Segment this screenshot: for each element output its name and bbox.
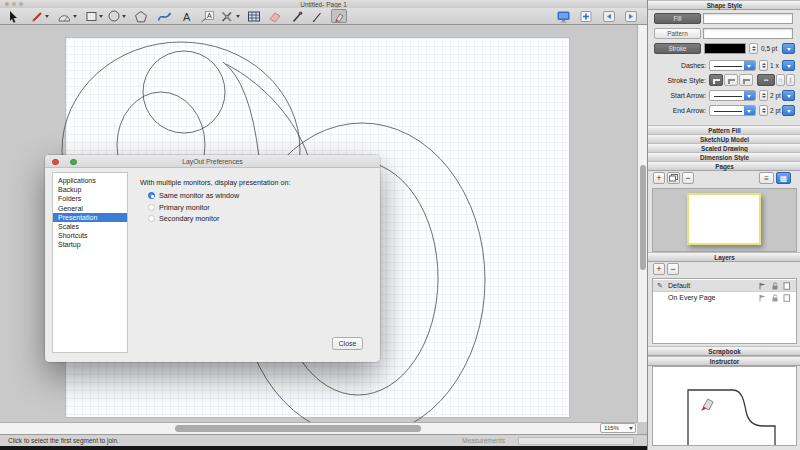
pages-grid-view-icon[interactable]: ▦ [776,172,791,184]
layer-name: Default [668,280,690,292]
stroke-style-corner-selected[interactable] [709,74,723,86]
layer-visibility-icon[interactable] [759,282,767,290]
main-toolbar: A A [0,8,647,25]
layout-app-window: Untitled- Page 1 A A [0,0,800,450]
end-arrow-stepper[interactable] [759,105,768,116]
layer-row-on-every-page[interactable]: On Every Page [653,292,796,304]
previous-page-icon[interactable] [601,9,617,23]
close-button[interactable]: Close [332,337,363,350]
end-arrow-dropdown[interactable] [782,105,795,116]
start-arrow-value: 2 pt [770,90,781,101]
start-arrow-style-dropdown[interactable] [709,90,756,101]
zoom-page-icon[interactable] [578,9,594,23]
add-layer-button[interactable]: + [653,263,665,275]
style-dropper-tool-icon[interactable] [289,9,305,23]
end-arrow-style-dropdown[interactable] [709,105,756,116]
dashes-pattern-dropdown[interactable] [709,60,756,71]
layer-page-icon[interactable] [783,282,791,290]
pencil-tool-icon[interactable] [28,9,44,23]
layer-row-default[interactable]: ✎ Default [653,280,796,292]
vertical-scrollbar[interactable] [637,25,647,422]
pattern-button[interactable]: Pattern [654,28,701,39]
circle-dropdown-icon[interactable] [122,15,126,18]
dialog-titlebar[interactable]: LayOut Preferences [45,155,380,168]
start-arrow-stepper[interactable] [759,90,768,101]
fill-button[interactable]: Fill [654,13,701,24]
rectangle-tool-icon[interactable] [83,9,99,23]
category-shortcuts[interactable]: Shortcuts [53,231,127,240]
next-page-icon[interactable] [623,9,639,23]
lock-icon[interactable] [771,294,779,302]
category-general[interactable]: General [53,204,127,213]
instructor-header[interactable]: Instructor [648,356,800,366]
utility-tool-icon[interactable] [219,9,235,23]
stroke-width-dropdown[interactable] [782,43,795,54]
circle-tool-icon[interactable] [106,9,122,23]
radio-unselected-icon[interactable] [148,215,155,222]
utility-dropdown-icon[interactable] [236,15,240,18]
pen-tool-icon[interactable] [309,9,325,23]
measurements-input[interactable] [518,437,634,446]
stroke-style-corner-3[interactable] [739,74,753,86]
stroke-width-stepper[interactable] [749,43,758,54]
category-scales[interactable]: Scales [53,222,127,231]
dashes-dropdown[interactable] [782,60,795,71]
shape-style-header[interactable]: Shape Style [648,0,800,10]
zoom-level-value: 115% [604,425,619,431]
stroke-row: Stroke 0,5 pt [648,43,800,54]
scrapbook-header[interactable]: Scrapbook [648,346,800,356]
stroke-button[interactable]: Stroke [654,43,701,54]
polygon-tool-icon[interactable] [133,9,149,23]
stroke-style-corner-2[interactable] [724,74,738,86]
rectangle-dropdown-icon[interactable] [99,15,103,18]
pages-list-view-icon[interactable]: ≡ [759,172,774,184]
end-arrow-label: End Arrow: [648,106,706,115]
stroke-color-swatch[interactable] [704,43,746,54]
page-thumbnail[interactable] [687,193,761,245]
category-startup[interactable]: Startup [53,240,127,249]
remove-page-button[interactable]: − [682,172,694,184]
lock-icon[interactable] [771,282,779,290]
stroke-cap-round-button[interactable]: ○ [776,74,785,86]
radio-unselected-icon[interactable] [148,204,155,211]
pattern-swatch[interactable] [703,28,793,39]
horizontal-scrollbar[interactable] [0,422,637,434]
zoom-level-select[interactable]: 115% [600,423,636,433]
layer-page-icon[interactable] [783,294,791,302]
vertical-scrollbar-handle[interactable] [640,165,646,270]
category-backup[interactable]: Backup [53,185,127,194]
horizontal-scrollbar-handle[interactable] [175,425,421,432]
category-folders[interactable]: Folders [53,194,127,203]
dashes-stepper[interactable] [759,60,768,71]
label-tool-icon[interactable]: A [199,9,215,23]
protractor-dropdown-icon[interactable] [73,15,77,18]
layer-visibility-icon[interactable] [759,294,767,302]
radio-selected-icon[interactable] [148,192,155,199]
stroke-cap-flat-button[interactable]: ❘ [786,74,795,86]
start-arrow-dropdown[interactable] [782,90,795,101]
protractor-tool-icon[interactable] [56,9,72,23]
category-applications[interactable]: Applications [53,176,127,185]
join-tool-icon[interactable] [331,9,347,23]
dashes-row: Dashes: 1 x [648,60,800,71]
eraser-tool-icon[interactable] [267,9,283,23]
remove-layer-button[interactable]: − [667,263,679,275]
status-bar: Click to select the first segment to joi… [0,434,647,446]
fill-color-swatch[interactable] [703,13,793,24]
add-page-button[interactable]: + [653,172,665,184]
layers-list: ✎ Default On Every Page [652,278,797,344]
preferences-category-list[interactable]: Applications Backup Folders General Pres… [52,172,128,353]
text-tool-icon[interactable]: A [179,9,195,23]
join-tool-cursor-icon [701,399,713,411]
table-tool-icon[interactable] [246,9,262,23]
category-presentation[interactable]: Presentation [53,213,127,222]
pages-thumbnail-area[interactable] [652,188,797,252]
start-presentation-icon[interactable] [555,9,571,23]
preferences-dialog: LayOut Preferences Applications Backup F… [45,155,380,362]
pencil-dropdown-icon[interactable] [45,15,49,18]
select-tool-icon[interactable] [5,9,21,23]
freehand-tool-icon[interactable] [156,9,172,23]
window-titlebar: Untitled- Page 1 [0,0,647,8]
duplicate-page-button[interactable] [667,172,680,184]
stroke-cap-dashes-button[interactable]: ▪▪ [757,74,775,86]
